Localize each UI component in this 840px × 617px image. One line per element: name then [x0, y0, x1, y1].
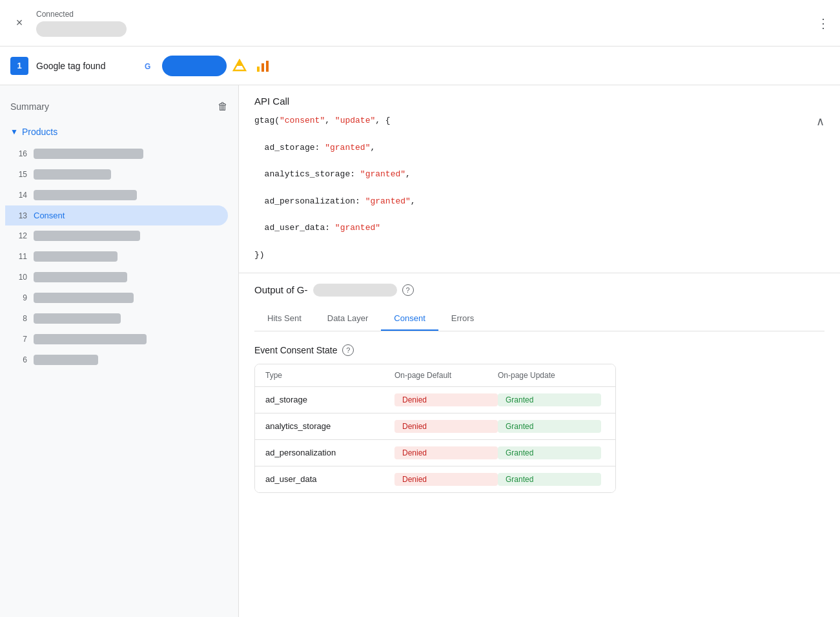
trash-icon[interactable]: 🗑	[218, 101, 228, 112]
consent-default-ad-storage: Denied	[394, 393, 498, 406]
item-bar-9	[34, 293, 134, 303]
sidebar-summary: Summary 🗑	[0, 96, 238, 118]
consent-update-ad-personalization: Granted	[498, 446, 601, 459]
more-button[interactable]: ⋮	[817, 16, 830, 31]
code-line-4: ad_personalization: "granted",	[254, 195, 825, 209]
item-bar-10	[34, 272, 127, 282]
api-call-title: API Call	[254, 96, 825, 107]
help-icon[interactable]: ?	[402, 284, 414, 296]
output-header: Output of G- ?	[254, 284, 825, 297]
consent-default-ad-personalization: Denied	[394, 446, 498, 459]
svg-text:G: G	[145, 62, 150, 71]
blue-pill-button[interactable]	[162, 56, 227, 76]
tag-badge: 1	[10, 57, 28, 75]
analytics-icon-button[interactable]	[252, 56, 273, 76]
connected-pill	[36, 21, 127, 37]
products-label: Products	[22, 127, 57, 137]
output-title: Output of G-	[254, 284, 308, 295]
item-bar-11	[34, 251, 118, 262]
code-update-str: "update"	[335, 116, 375, 125]
consent-update-ad-storage: Granted	[498, 393, 601, 406]
google-ads-icon-button[interactable]	[229, 56, 250, 76]
top-bar-left: × Connected	[10, 10, 127, 37]
sidebar-item-10[interactable]: 10	[5, 267, 228, 288]
item-num-12: 12	[15, 231, 27, 240]
consent-type-ad-storage: ad_storage	[265, 395, 394, 404]
collapse-button[interactable]: ∧	[816, 114, 825, 129]
consent-update-ad-user-data: Granted	[498, 473, 601, 486]
svg-rect-4	[257, 67, 260, 72]
products-header[interactable]: ▼ Products	[5, 123, 233, 141]
col-update: On-page Update	[498, 371, 601, 380]
content-area: API Call ∧ gtag("consent", "update", { a…	[239, 85, 840, 617]
consent-row-ad-user-data: ad_user_data Denied Granted	[255, 466, 615, 492]
tab-errors[interactable]: Errors	[438, 307, 487, 331]
tag-found-label: Google tag found	[36, 61, 105, 71]
sidebar-item-7[interactable]: 7	[5, 329, 228, 350]
consent-table: Type On-page Default On-page Update ad_s…	[254, 364, 616, 493]
item-bar-14	[34, 190, 137, 200]
sidebar-item-16[interactable]: 16	[5, 143, 228, 164]
sidebar-item-11[interactable]: 11	[5, 246, 228, 267]
sidebar-item-15[interactable]: 15	[5, 164, 228, 185]
item-bar-15	[34, 169, 111, 180]
gtm-icon-button[interactable]: G	[139, 56, 159, 76]
code-ad-storage-val: "granted"	[325, 143, 370, 152]
item-num-13: 13	[15, 211, 27, 220]
consent-default-ad-user-data: Denied	[394, 473, 498, 486]
close-button[interactable]: ×	[10, 14, 28, 32]
sidebar: Summary 🗑 ▼ Products 16 15	[0, 85, 239, 617]
sidebar-item-13-consent[interactable]: 13 Consent	[5, 205, 228, 225]
item-num-11: 11	[15, 252, 27, 261]
consent-update-analytics-storage: Granted	[498, 420, 601, 433]
output-tabs: Hits Sent Data Layer Consent Errors	[254, 307, 825, 331]
consent-default-analytics-storage: Denied	[394, 420, 498, 433]
consent-table-header: Type On-page Default On-page Update	[255, 364, 615, 387]
item-num-8: 8	[15, 314, 27, 323]
item-bar-7	[34, 334, 147, 344]
item-num-14: 14	[15, 191, 27, 200]
sidebar-item-6[interactable]: 6	[5, 350, 228, 370]
item-bar-6	[34, 355, 98, 365]
sidebar-item-12[interactable]: 12	[5, 225, 228, 246]
consent-type-ad-user-data: ad_user_data	[265, 474, 394, 484]
item-num-16: 16	[15, 149, 27, 158]
consent-state-header: Event Consent State ?	[254, 344, 825, 356]
item-num-9: 9	[15, 293, 27, 302]
sidebar-item-14[interactable]: 14	[5, 185, 228, 205]
consent-state-label: Event Consent State	[254, 345, 337, 355]
tab-consent[interactable]: Consent	[381, 307, 438, 331]
item-bar-16	[34, 149, 143, 159]
tab-data-layer[interactable]: Data Layer	[314, 307, 382, 331]
code-gtag: gtag(	[254, 116, 280, 125]
consent-help-icon[interactable]: ?	[342, 344, 354, 356]
code-ad-personalization-val: "granted"	[365, 196, 411, 206]
output-section: Output of G- ? Hits Sent Data Layer Cons…	[239, 273, 840, 503]
code-line-5: ad_user_data: "granted"	[254, 222, 825, 235]
code-ad-user-data-val: "granted"	[335, 223, 380, 233]
consent-type-analytics-storage: analytics_storage	[265, 421, 394, 431]
consent-type-ad-personalization: ad_personalization	[265, 448, 394, 457]
api-call-section: API Call ∧ gtag("consent", "update", { a…	[239, 85, 840, 273]
code-line-6: })	[254, 249, 825, 262]
item-bar-12	[34, 231, 140, 241]
svg-rect-5	[261, 63, 264, 72]
svg-rect-6	[266, 61, 269, 72]
products-section: ▼ Products 16 15 14	[0, 123, 238, 373]
code-analytics-storage-val: "granted"	[360, 169, 405, 179]
col-type: Type	[265, 371, 394, 380]
sidebar-items: 16 15 14 13 Consent	[5, 141, 233, 373]
code-line-1: gtag("consent", "update", {	[254, 114, 825, 128]
sidebar-item-9[interactable]: 9	[5, 288, 228, 308]
summary-label: Summary	[10, 101, 49, 112]
sidebar-item-8[interactable]: 8	[5, 308, 228, 329]
item-num-15: 15	[15, 170, 27, 179]
connected-label: Connected	[36, 10, 127, 37]
products-arrow-icon: ▼	[10, 127, 18, 136]
code-block: ∧ gtag("consent", "update", { ad_storage…	[254, 114, 825, 262]
tab-hits-sent[interactable]: Hits Sent	[254, 307, 314, 331]
consent-row-ad-personalization: ad_personalization Denied Granted	[255, 440, 615, 466]
code-line-3: analytics_storage: "granted",	[254, 168, 825, 182]
output-id-pill	[313, 284, 397, 297]
top-bar: × Connected ⋮	[0, 0, 840, 47]
